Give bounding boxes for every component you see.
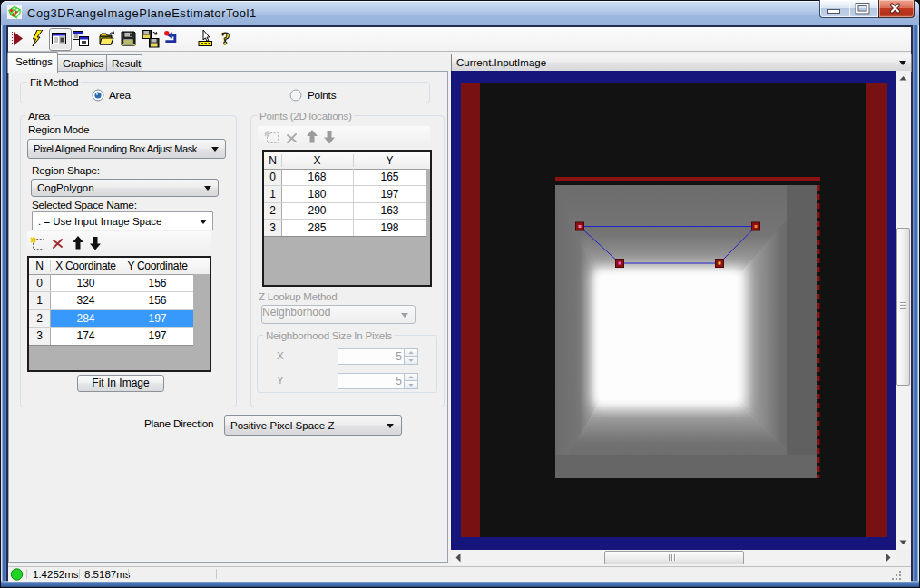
svg-text:?: ? [221, 30, 230, 48]
